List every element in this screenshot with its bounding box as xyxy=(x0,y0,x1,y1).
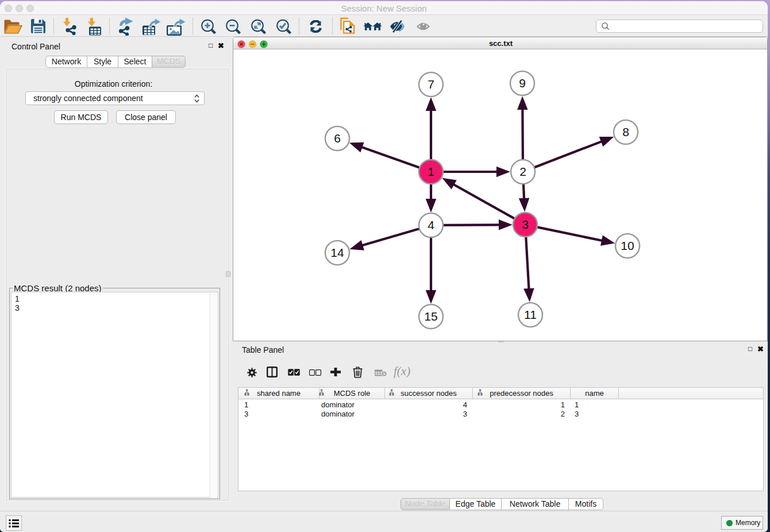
svg-text:3: 3 xyxy=(522,218,529,231)
svg-text:10: 10 xyxy=(621,239,634,252)
svg-text:4: 4 xyxy=(428,218,434,232)
svg-text:2: 2 xyxy=(519,165,526,178)
svg-text:9: 9 xyxy=(519,76,526,90)
svg-text:14: 14 xyxy=(330,246,344,259)
svg-text:6: 6 xyxy=(334,132,341,145)
svg-text:7: 7 xyxy=(428,78,434,91)
svg-text:15: 15 xyxy=(424,310,437,323)
svg-text:8: 8 xyxy=(622,125,629,138)
svg-text:1: 1 xyxy=(428,165,434,178)
svg-text:11: 11 xyxy=(524,308,537,321)
